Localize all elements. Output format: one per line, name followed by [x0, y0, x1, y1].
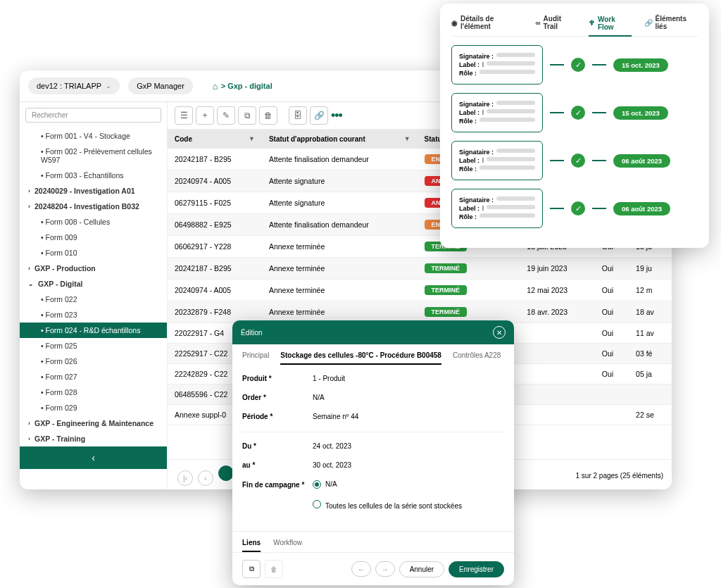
breadcrumb[interactable]: ⌂ > Gxp - digital: [213, 81, 272, 92]
column-header[interactable]: Code▼: [168, 130, 262, 149]
layout-icon[interactable]: ☰: [175, 106, 193, 125]
table-row[interactable]: 20240974 - A005Annexe terminéeTERMINÉ12 …: [168, 280, 672, 301]
tree-item[interactable]: ›GXP - Training: [20, 431, 167, 446]
workflow-date: 06 août 2023: [613, 154, 670, 168]
label-periode: Période *: [242, 413, 313, 420]
radio-toutes[interactable]: [313, 500, 321, 508]
page-first[interactable]: |‹: [177, 470, 193, 486]
tree-item[interactable]: • Form 025: [20, 338, 167, 354]
subtab-liens[interactable]: Liens: [242, 539, 261, 552]
workflow-date: 15 oct. 2023: [613, 58, 668, 72]
label-produit: Produit *: [242, 375, 313, 382]
tree-item[interactable]: • Form 010: [20, 245, 167, 261]
table-row[interactable]: 20242187 - B295Annexe terminéeTERMINÉ19 …: [168, 258, 672, 280]
workflow-step: Signataire :Label :lRôle :✓06 août 2023: [451, 141, 698, 180]
tree-item[interactable]: • Form 026: [20, 354, 167, 369]
status-badge: TERMINÉ: [425, 307, 468, 317]
cancel-button[interactable]: Annuler: [399, 561, 444, 577]
modal-tab-stockage[interactable]: Stockage des cellules -80°C - Procédure …: [280, 351, 441, 365]
table-row[interactable]: 20232879 - F248Annexe terminéeTERMINÉ18 …: [168, 301, 672, 323]
tree-item[interactable]: • Form 008 - Cellules: [20, 214, 167, 230]
page-prev[interactable]: ‹: [198, 470, 213, 486]
status-badge: TERMINÉ: [425, 285, 468, 295]
tree-item[interactable]: ›GXP - Engineering & Maintenance: [20, 415, 167, 431]
tree-item[interactable]: • Form 028: [20, 384, 167, 400]
delete-icon[interactable]: 🗑: [259, 106, 277, 125]
tab-details[interactable]: ◉Détails de l'élément: [451, 15, 522, 30]
page-info: 1 sur 2 pages (25 éléments): [575, 472, 663, 480]
modal-tabs: Principal Stockage des cellules -80°C - …: [232, 344, 514, 365]
workflow-date: 15 oct. 2023: [613, 106, 668, 120]
modal-subtabs: Liens Workflow: [232, 531, 514, 552]
tree-item[interactable]: • Form 023: [20, 307, 167, 323]
app-title-pill: GxP Manager: [128, 77, 193, 94]
subtab-workflow[interactable]: Workflow: [273, 539, 302, 552]
copy-icon[interactable]: ⧉: [242, 560, 261, 578]
page-current[interactable]: [218, 465, 234, 481]
modal-title: Édition: [241, 329, 263, 337]
search-input[interactable]: Rechercher: [25, 108, 161, 123]
workflow-step: Signataire :Label :lRôle :✓06 août 2023: [451, 189, 698, 228]
chevron-down-icon: ⌄: [106, 82, 111, 89]
workflow-step: Signataire :Label :lRôle :✓15 oct. 2023: [451, 93, 698, 132]
archive-icon[interactable]: 🗄: [289, 106, 307, 125]
value-du[interactable]: 24 oct. 2023: [313, 442, 504, 450]
tree-item[interactable]: • Form 009: [20, 230, 167, 245]
status-badge: TERMINÉ: [425, 263, 468, 273]
edition-modal: Édition ✕ Principal Stockage des cellule…: [232, 320, 514, 585]
tree-item[interactable]: ›GXP - Production: [20, 261, 167, 276]
value-periode[interactable]: Semaine nº 44: [313, 413, 504, 420]
check-icon: ✓: [571, 106, 585, 120]
home-icon: ⌂: [213, 81, 218, 92]
tree-item[interactable]: • Form 024 - R&D échantillons: [20, 323, 167, 338]
tree-item[interactable]: • Form 022: [20, 292, 167, 307]
radio-na[interactable]: [313, 480, 321, 489]
modal-header: Édition ✕: [232, 320, 514, 344]
env-label: dev12 : TRIALAPP: [37, 82, 101, 90]
workflow-step: Signataire :Label :lRôle :✓15 oct. 2023: [451, 45, 698, 85]
tree-item[interactable]: ⌄GXP - Digital: [20, 276, 167, 292]
sidebar-collapse-button[interactable]: ‹: [20, 446, 167, 469]
tab-workflow[interactable]: ♆Work Flow: [589, 15, 632, 37]
column-header[interactable]: Statut d'approbation courant▼: [262, 130, 418, 149]
link-icon[interactable]: 🔗: [310, 106, 328, 125]
breadcrumb-text: > Gxp - digital: [221, 82, 272, 90]
tree-item[interactable]: • Form 002 - Prélèvement cellules W597: [20, 144, 167, 168]
label-order: Order *: [242, 394, 313, 401]
next-button[interactable]: →: [375, 561, 395, 577]
workflow-tabs: ◉Détails de l'élément ∞Audit Trail ♆Work…: [451, 15, 698, 37]
env-selector[interactable]: dev12 : TRIALAPP ⌄: [28, 77, 120, 94]
save-button[interactable]: Enregistrer: [449, 561, 504, 577]
close-icon[interactable]: ✕: [493, 326, 506, 339]
check-icon: ✓: [571, 201, 585, 215]
modal-footer: ⧉ 🗑 ← → Annuler Enregistrer: [232, 552, 514, 585]
tree-item[interactable]: • Form 029: [20, 400, 167, 415]
tree-item[interactable]: • Form 001 - V4 - Stockage: [20, 128, 167, 144]
tab-linked[interactable]: 🔗Éléments liés: [644, 15, 698, 30]
tree-item[interactable]: ›20240029 - Investigation A01: [20, 183, 167, 199]
tab-audit[interactable]: ∞Audit Trail: [535, 15, 575, 30]
tree-item[interactable]: • Form 027: [20, 369, 167, 384]
workflow-date: 06 août 2023: [613, 202, 670, 215]
delete-icon[interactable]: 🗑: [265, 560, 283, 578]
value-produit[interactable]: 1 - Produit: [313, 375, 504, 382]
value-toutes[interactable]: Toutes les cellules de la série sont sto…: [313, 500, 504, 510]
more-icon[interactable]: •••: [331, 108, 342, 123]
value-fin[interactable]: N/A: [313, 480, 504, 489]
workflow-panel: ◉Détails de l'élément ∞Audit Trail ♆Work…: [440, 4, 709, 248]
copy-icon[interactable]: ⧉: [238, 106, 256, 125]
value-order[interactable]: N/A: [313, 394, 504, 401]
app-title: GxP Manager: [137, 82, 184, 90]
tree-item[interactable]: ›20248204 - Investigation B032: [20, 199, 167, 214]
value-au[interactable]: 30 oct. 2023: [313, 461, 504, 469]
modal-tab-principal[interactable]: Principal: [242, 351, 269, 365]
edit-icon[interactable]: ✎: [217, 106, 235, 125]
check-icon: ✓: [571, 154, 585, 168]
modal-tab-controles[interactable]: Contrôles A228: [453, 351, 501, 365]
label-au: au *: [242, 461, 313, 469]
prev-button[interactable]: ←: [351, 561, 371, 577]
label-du: Du *: [242, 442, 313, 450]
label-fin: Fin de campagne *: [242, 481, 313, 489]
tree-item[interactable]: • Form 003 - Échantillons: [20, 168, 167, 183]
add-button[interactable]: +: [196, 106, 214, 125]
